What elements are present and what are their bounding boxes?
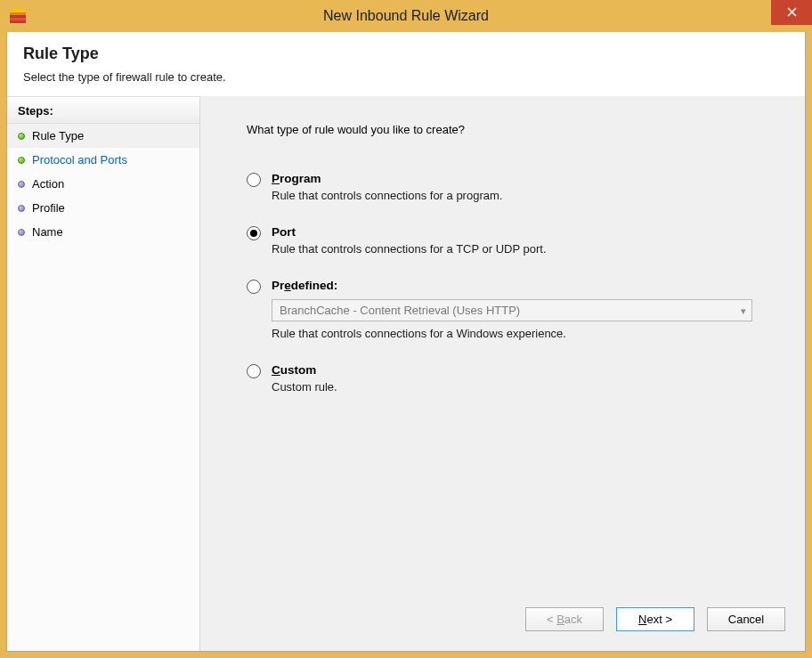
step-name[interactable]: Name	[7, 220, 199, 244]
steps-header: Steps:	[7, 96, 199, 124]
svg-rect-1	[10, 12, 26, 15]
predefined-combo[interactable]: BranchCache - Content Retrieval (Uses HT…	[272, 299, 752, 321]
window-title: New Inbound Rule Wizard	[323, 8, 489, 24]
title-bar: New Inbound Rule Wizard	[0, 0, 812, 32]
option-title: Predefined:	[272, 279, 778, 292]
svg-rect-2	[10, 18, 26, 20]
radio-program[interactable]	[247, 173, 261, 187]
content-panel: What type of rule would you like to crea…	[199, 96, 805, 651]
radio-predefined[interactable]	[247, 280, 261, 294]
option-body: Predefined: BranchCache - Content Retrie…	[272, 279, 778, 340]
step-action[interactable]: Action	[7, 172, 199, 196]
question-text: What type of rule would you like to crea…	[247, 123, 778, 136]
step-label: Profile	[32, 201, 65, 215]
option-body: Custom Custom rule.	[272, 363, 778, 394]
radio-custom[interactable]	[247, 364, 261, 378]
button-row: < Back Next > Cancel	[200, 591, 805, 651]
option-title: Custom	[272, 363, 778, 377]
wizard-split: Steps: Rule Type Protocol and Ports Acti…	[7, 96, 805, 651]
firewall-icon	[9, 7, 27, 28]
wizard-body: Rule Type Select the type of firewall ru…	[6, 32, 806, 652]
step-protocol-and-ports[interactable]: Protocol and Ports	[7, 148, 199, 172]
step-rule-type[interactable]: Rule Type	[7, 124, 199, 148]
page-subtitle: Select the type of firewall rule to crea…	[23, 70, 789, 84]
next-button[interactable]: Next >	[616, 607, 694, 631]
option-custom: Custom Custom rule.	[247, 363, 778, 394]
close-button[interactable]	[771, 0, 812, 25]
option-body: Program Rule that controls connections f…	[272, 172, 778, 202]
bullet-icon	[18, 205, 25, 212]
combo-value: BranchCache - Content Retrieval (Uses HT…	[280, 304, 520, 317]
radio-port[interactable]	[247, 226, 261, 240]
bullet-icon	[18, 157, 25, 164]
back-button[interactable]: < Back	[525, 607, 604, 631]
option-program: Program Rule that controls connections f…	[247, 172, 778, 202]
bullet-icon	[18, 181, 25, 188]
page-title: Rule Type	[23, 45, 789, 63]
option-desc: Custom rule.	[272, 380, 778, 394]
step-label: Action	[32, 177, 64, 191]
option-title: Port	[272, 225, 778, 239]
chevron-down-icon: ▾	[741, 305, 746, 316]
option-desc: Rule that controls connections for a pro…	[272, 189, 778, 202]
close-icon	[787, 5, 797, 20]
option-port: Port Rule that controls connections for …	[247, 225, 778, 256]
wizard-header: Rule Type Select the type of firewall ru…	[7, 32, 805, 96]
content-inner: What type of rule would you like to crea…	[200, 96, 805, 591]
option-desc: Rule that controls connections for a Win…	[272, 327, 778, 340]
bullet-icon	[18, 229, 25, 236]
option-desc: Rule that controls connections for a TCP…	[272, 242, 778, 256]
steps-panel: Steps: Rule Type Protocol and Ports Acti…	[7, 96, 199, 651]
step-label: Name	[32, 225, 63, 239]
step-profile[interactable]: Profile	[7, 196, 199, 220]
bullet-icon	[18, 133, 25, 140]
step-label: Protocol and Ports	[32, 153, 127, 167]
step-label: Rule Type	[32, 129, 84, 142]
wizard-window: New Inbound Rule Wizard Rule Type Select…	[0, 0, 812, 658]
option-body: Port Rule that controls connections for …	[272, 225, 778, 256]
cancel-button[interactable]: Cancel	[707, 607, 785, 631]
option-predefined: Predefined: BranchCache - Content Retrie…	[247, 279, 778, 340]
option-title: Program	[272, 172, 778, 185]
